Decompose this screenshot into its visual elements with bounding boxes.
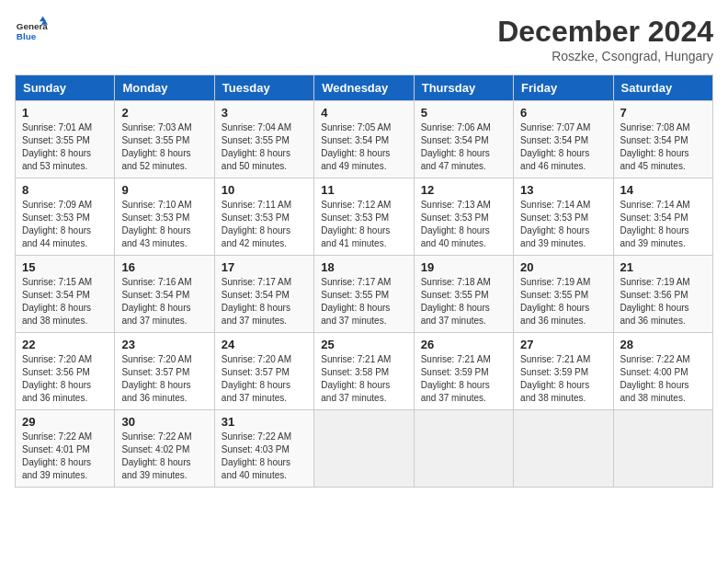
weekday-header-row: SundayMondayTuesdayWednesdayThursdayFrid… [16,75,713,101]
cell-info: Sunrise: 7:21 AMSunset: 3:59 PMDaylight:… [520,354,590,403]
day-number: 13 [520,183,606,197]
day-number: 4 [321,106,406,120]
calendar-cell: 7 Sunrise: 7:08 AMSunset: 3:54 PMDayligh… [613,101,712,178]
calendar-cell: 30 Sunrise: 7:22 AMSunset: 4:02 PMDaylig… [115,410,214,488]
day-number: 20 [520,260,606,274]
cell-info: Sunrise: 7:22 AMSunset: 4:01 PMDaylight:… [22,431,92,480]
day-number: 21 [620,260,706,274]
calendar-cell: 10 Sunrise: 7:11 AMSunset: 3:53 PMDaylig… [214,178,313,256]
calendar-cell [613,410,712,488]
cell-info: Sunrise: 7:19 AMSunset: 3:56 PMDaylight:… [620,277,690,326]
title-block: December 2024 Roszke, Csongrad, Hungary [497,15,713,63]
cell-info: Sunrise: 7:11 AMSunset: 3:53 PMDaylight:… [222,200,291,248]
day-number: 3 [222,106,307,120]
calendar-cell: 9 Sunrise: 7:10 AMSunset: 3:53 PMDayligh… [115,178,214,256]
calendar-cell: 22 Sunrise: 7:20 AMSunset: 3:56 PMDaylig… [16,333,115,410]
day-number: 23 [121,338,207,351]
calendar-week-5: 29 Sunrise: 7:22 AMSunset: 4:01 PMDaylig… [16,410,713,488]
day-number: 8 [22,183,108,197]
weekday-header-sunday: Sunday [16,75,115,101]
weekday-header-wednesday: Wednesday [314,75,414,101]
cell-info: Sunrise: 7:20 AMSunset: 3:57 PMDaylight:… [121,354,191,403]
calendar-cell: 23 Sunrise: 7:20 AMSunset: 3:57 PMDaylig… [115,333,214,410]
cell-info: Sunrise: 7:21 AMSunset: 3:58 PMDaylight:… [321,354,391,403]
calendar-table: SundayMondayTuesdayWednesdayThursdayFrid… [15,75,713,488]
day-number: 1 [22,106,108,120]
calendar-cell [514,410,613,488]
calendar-cell: 19 Sunrise: 7:18 AMSunset: 3:55 PMDaylig… [414,256,513,333]
day-number: 7 [620,106,706,120]
calendar-cell: 31 Sunrise: 7:22 AMSunset: 4:03 PMDaylig… [214,410,313,488]
calendar-cell: 11 Sunrise: 7:12 AMSunset: 3:53 PMDaylig… [314,178,414,256]
day-number: 18 [321,260,406,274]
day-number: 9 [121,183,207,197]
logo-icon: General Blue [15,15,48,48]
location: Roszke, Csongrad, Hungary [497,49,713,63]
calendar-week-4: 22 Sunrise: 7:20 AMSunset: 3:56 PMDaylig… [16,333,713,410]
calendar-cell: 27 Sunrise: 7:21 AMSunset: 3:59 PMDaylig… [514,333,613,410]
calendar-cell: 3 Sunrise: 7:04 AMSunset: 3:55 PMDayligh… [214,101,313,178]
cell-info: Sunrise: 7:17 AMSunset: 3:54 PMDaylight:… [222,277,291,326]
calendar-cell: 4 Sunrise: 7:05 AMSunset: 3:54 PMDayligh… [314,101,414,178]
cell-info: Sunrise: 7:14 AMSunset: 3:53 PMDaylight:… [520,200,590,248]
cell-info: Sunrise: 7:20 AMSunset: 3:56 PMDaylight:… [22,354,92,403]
day-number: 22 [22,338,108,351]
svg-text:Blue: Blue [17,31,37,41]
calendar-week-1: 1 Sunrise: 7:01 AMSunset: 3:55 PMDayligh… [16,101,713,178]
calendar-cell: 18 Sunrise: 7:17 AMSunset: 3:55 PMDaylig… [314,256,414,333]
cell-info: Sunrise: 7:05 AMSunset: 3:54 PMDaylight:… [321,122,391,171]
calendar-week-3: 15 Sunrise: 7:15 AMSunset: 3:54 PMDaylig… [16,256,713,333]
cell-info: Sunrise: 7:18 AMSunset: 3:55 PMDaylight:… [421,277,491,326]
calendar-cell: 17 Sunrise: 7:17 AMSunset: 3:54 PMDaylig… [214,256,313,333]
calendar-cell: 13 Sunrise: 7:14 AMSunset: 3:53 PMDaylig… [514,178,613,256]
day-number: 14 [620,183,706,197]
day-number: 29 [22,415,108,429]
calendar-cell: 24 Sunrise: 7:20 AMSunset: 3:57 PMDaylig… [214,333,313,410]
cell-info: Sunrise: 7:22 AMSunset: 4:03 PMDaylight:… [222,431,291,480]
cell-info: Sunrise: 7:06 AMSunset: 3:54 PMDaylight:… [421,122,491,171]
calendar-cell: 8 Sunrise: 7:09 AMSunset: 3:53 PMDayligh… [16,178,115,256]
calendar-cell [414,410,513,488]
svg-marker-2 [40,17,46,21]
cell-info: Sunrise: 7:19 AMSunset: 3:55 PMDaylight:… [520,277,590,326]
day-number: 28 [620,338,706,351]
day-number: 16 [121,260,207,274]
cell-info: Sunrise: 7:09 AMSunset: 3:53 PMDaylight:… [22,200,92,248]
cell-info: Sunrise: 7:20 AMSunset: 3:57 PMDaylight:… [222,354,291,403]
cell-info: Sunrise: 7:07 AMSunset: 3:54 PMDaylight:… [520,122,590,171]
cell-info: Sunrise: 7:14 AMSunset: 3:54 PMDaylight:… [620,200,690,248]
day-number: 31 [222,415,307,429]
calendar-week-2: 8 Sunrise: 7:09 AMSunset: 3:53 PMDayligh… [16,178,713,256]
cell-info: Sunrise: 7:01 AMSunset: 3:55 PMDaylight:… [22,122,92,171]
calendar-cell: 5 Sunrise: 7:06 AMSunset: 3:54 PMDayligh… [414,101,513,178]
cell-info: Sunrise: 7:13 AMSunset: 3:53 PMDaylight:… [421,200,491,248]
day-number: 2 [121,106,207,120]
calendar-cell: 6 Sunrise: 7:07 AMSunset: 3:54 PMDayligh… [514,101,613,178]
calendar-cell: 15 Sunrise: 7:15 AMSunset: 3:54 PMDaylig… [16,256,115,333]
calendar-cell: 20 Sunrise: 7:19 AMSunset: 3:55 PMDaylig… [514,256,613,333]
cell-info: Sunrise: 7:03 AMSunset: 3:55 PMDaylight:… [121,122,191,171]
cell-info: Sunrise: 7:16 AMSunset: 3:54 PMDaylight:… [121,277,191,326]
page-header: General Blue December 2024 Roszke, Csong… [15,15,713,63]
day-number: 15 [22,260,108,274]
calendar-cell: 26 Sunrise: 7:21 AMSunset: 3:59 PMDaylig… [414,333,513,410]
cell-info: Sunrise: 7:04 AMSunset: 3:55 PMDaylight:… [222,122,291,171]
calendar-cell: 21 Sunrise: 7:19 AMSunset: 3:56 PMDaylig… [613,256,712,333]
day-number: 5 [421,106,506,120]
day-number: 12 [421,183,506,197]
calendar-cell: 14 Sunrise: 7:14 AMSunset: 3:54 PMDaylig… [613,178,712,256]
weekday-header-friday: Friday [514,75,613,101]
calendar-cell: 29 Sunrise: 7:22 AMSunset: 4:01 PMDaylig… [16,410,115,488]
cell-info: Sunrise: 7:22 AMSunset: 4:02 PMDaylight:… [121,431,191,480]
day-number: 10 [222,183,307,197]
calendar-cell: 16 Sunrise: 7:16 AMSunset: 3:54 PMDaylig… [115,256,214,333]
weekday-header-thursday: Thursday [414,75,513,101]
calendar-cell: 28 Sunrise: 7:22 AMSunset: 4:00 PMDaylig… [613,333,712,410]
calendar-cell: 25 Sunrise: 7:21 AMSunset: 3:58 PMDaylig… [314,333,414,410]
calendar-cell [314,410,414,488]
cell-info: Sunrise: 7:08 AMSunset: 3:54 PMDaylight:… [620,122,690,171]
calendar-cell: 2 Sunrise: 7:03 AMSunset: 3:55 PMDayligh… [115,101,214,178]
calendar-cell: 12 Sunrise: 7:13 AMSunset: 3:53 PMDaylig… [414,178,513,256]
day-number: 27 [520,338,606,351]
cell-info: Sunrise: 7:12 AMSunset: 3:53 PMDaylight:… [321,200,391,248]
